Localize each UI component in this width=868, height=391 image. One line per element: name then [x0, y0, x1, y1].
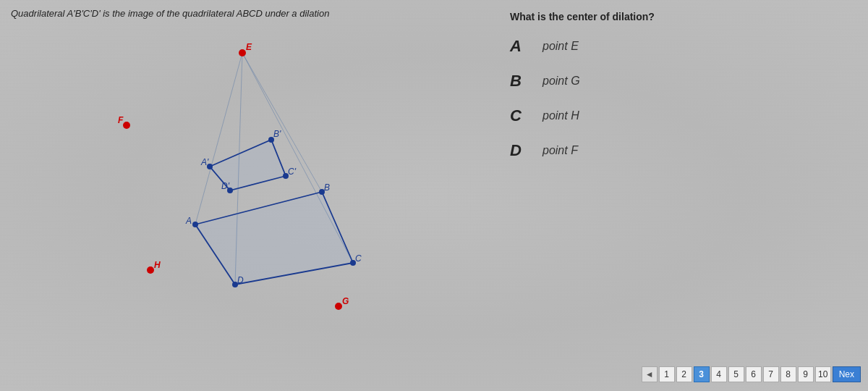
point-f-dot — [123, 122, 130, 129]
page-10[interactable]: 10 — [815, 366, 831, 382]
option-a-letter: A — [510, 37, 532, 56]
option-a[interactable]: A point E — [510, 37, 850, 56]
page-2[interactable]: 2 — [676, 366, 692, 382]
page-8[interactable]: 8 — [780, 366, 796, 382]
page-7[interactable]: 7 — [763, 366, 779, 382]
option-b-text: point G — [542, 75, 580, 88]
page-5[interactable]: 5 — [728, 366, 744, 382]
answer-question: What is the center of dilation? — [510, 11, 850, 22]
option-c-letter: C — [510, 106, 532, 125]
main-content: Quadrilateral A'B'C'D' is the image of t… — [0, 0, 868, 391]
point-h-label: H — [154, 260, 161, 270]
point-f-label: F — [118, 115, 124, 125]
svg-rect-0 — [14, 33, 477, 366]
pagination: ◄ 1 2 3 4 5 6 7 8 9 10 Nex — [642, 366, 861, 382]
option-c-text: point H — [542, 109, 579, 122]
vertex-a-label: A — [185, 216, 192, 226]
option-a-text: point E — [542, 40, 579, 53]
prev-button[interactable]: ◄ — [642, 366, 658, 382]
vertex-c-prime-label: C' — [288, 167, 297, 177]
vertex-d-prime-label: D' — [221, 181, 230, 191]
option-d[interactable]: D point F — [510, 141, 850, 160]
next-button[interactable]: Nex — [833, 366, 861, 382]
answer-area: What is the center of dilation? A point … — [492, 0, 868, 391]
page-4[interactable]: 4 — [711, 366, 727, 382]
vertex-a-dot — [192, 222, 198, 227]
vertex-b-prime-label: B' — [273, 129, 281, 139]
diagram-area: Quadrilateral A'B'C'D' is the image of t… — [0, 0, 492, 391]
vertex-a-prime-label: A' — [200, 157, 209, 167]
geometry-diagram: E F H G A' B' C' D' A B C — [14, 33, 477, 366]
option-d-letter: D — [510, 141, 532, 160]
page-6[interactable]: 6 — [746, 366, 762, 382]
vertex-b-label: B — [324, 182, 330, 193]
vertex-c-label: C — [355, 253, 362, 264]
page-1[interactable]: 1 — [659, 366, 675, 382]
option-b-letter: B — [510, 72, 532, 91]
point-e-label: E — [246, 42, 252, 52]
point-h-dot — [147, 266, 154, 274]
point-g-label: G — [342, 296, 349, 306]
page-9[interactable]: 9 — [798, 366, 814, 382]
point-e-dot — [239, 49, 246, 56]
question-text: Quadrilateral A'B'C'D' is the image of t… — [11, 7, 481, 20]
page-3[interactable]: 3 — [694, 366, 710, 382]
option-c[interactable]: C point H — [510, 106, 850, 125]
option-b[interactable]: B point G — [510, 72, 850, 91]
point-g-dot — [335, 303, 342, 310]
vertex-d-label: D — [237, 275, 244, 285]
option-d-text: point F — [542, 144, 578, 157]
